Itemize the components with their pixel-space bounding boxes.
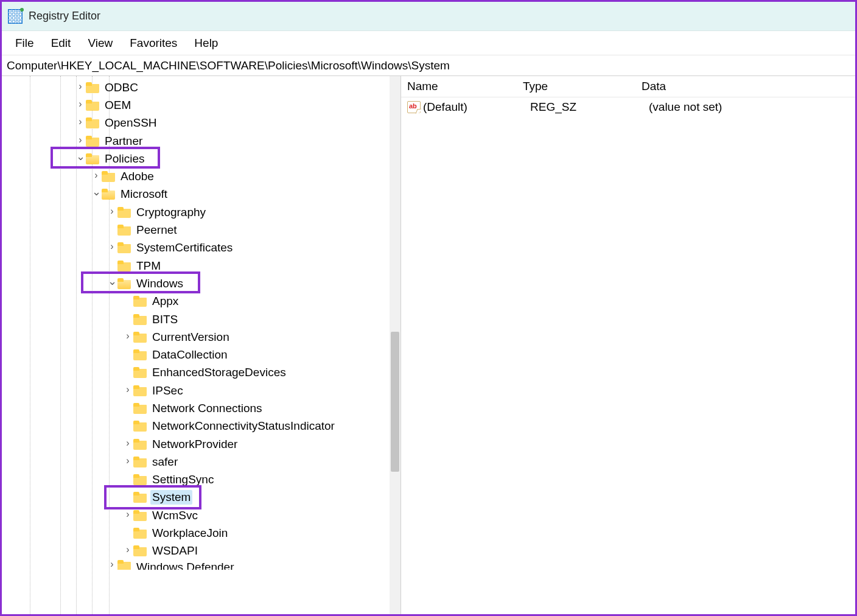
main-area: ›ODBC›OEM›OpenSSH›Partner⌄Policies›Adobe… [2, 76, 855, 614]
tree-node[interactable]: ·SettingSync [2, 471, 401, 489]
values-pane[interactable]: Name Type Data (Default) REG_SZ (value n… [401, 76, 855, 614]
tree-node-label: ODBC [103, 80, 140, 95]
tree-node-label: Windows [135, 276, 185, 291]
tree-node-label: Partner [103, 134, 144, 149]
tree-node-label: Adobe [119, 169, 156, 184]
tree-node[interactable]: ·WorkplaceJoin [2, 524, 401, 542]
folder-icon [133, 545, 147, 556]
chevron-right-icon[interactable]: › [75, 135, 86, 145]
tree-node[interactable]: ›OpenSSH [2, 114, 401, 132]
menu-favorites[interactable]: Favorites [121, 33, 186, 54]
col-header-data[interactable]: Data [635, 80, 855, 93]
tree-node[interactable]: ›CurrentVersion [2, 328, 401, 346]
tree-node[interactable]: ›Windows Defender [2, 560, 401, 570]
tree-node[interactable]: ›Cryptography [2, 203, 401, 221]
chevron-right-icon[interactable]: › [107, 560, 117, 570]
chevron-right-icon[interactable]: › [122, 438, 133, 449]
tree-node[interactable]: ·Peernet [2, 221, 401, 239]
menu-bar: File Edit View Favorites Help [2, 31, 855, 55]
tree-node[interactable]: ·BITS [2, 310, 401, 328]
tree-node[interactable]: ›ODBC [2, 79, 401, 96]
tree-pane[interactable]: ›ODBC›OEM›OpenSSH›Partner⌄Policies›Adobe… [2, 76, 401, 614]
tree-node[interactable]: ·EnhancedStorageDevices [2, 364, 401, 382]
tree-node[interactable]: ·System [2, 489, 401, 506]
tree-node[interactable]: ·Appx [2, 293, 401, 310]
chevron-right-icon[interactable]: › [122, 331, 133, 341]
tree-node[interactable]: ›SystemCertificates [2, 239, 401, 257]
tree-node-label: DataCollection [150, 348, 229, 362]
tree-node-label: System [150, 490, 192, 505]
folder-icon [86, 153, 99, 164]
tree-node[interactable]: ›OEM [2, 96, 401, 114]
menu-view[interactable]: View [79, 33, 121, 54]
folder-icon [117, 207, 131, 218]
folder-icon [133, 314, 147, 325]
tree-node[interactable]: ·Network Connections [2, 399, 401, 417]
tree-node-label: SettingSync [150, 472, 215, 487]
folder-icon [133, 296, 147, 307]
folder-icon [133, 439, 147, 450]
folder-icon [133, 510, 147, 521]
chevron-right-icon[interactable]: › [75, 116, 86, 127]
tree-node-label: IPSec [150, 383, 185, 398]
tree: ›ODBC›OEM›OpenSSH›Partner⌄Policies›Adobe… [2, 76, 401, 570]
tree-node[interactable]: ·TPM [2, 257, 401, 275]
tree-node-label: Policies [103, 152, 146, 166]
tree-node[interactable]: ⌄Microsoft [2, 186, 401, 203]
window-title: Registry Editor [29, 10, 100, 23]
tree-node[interactable]: ›WcmSvc [2, 506, 401, 524]
scrollbar-thumb[interactable] [391, 332, 399, 472]
chevron-right-icon[interactable]: › [122, 455, 133, 466]
chevron-right-icon[interactable]: › [91, 170, 102, 181]
folder-icon [117, 242, 131, 253]
chevron-right-icon[interactable]: › [122, 509, 133, 520]
tree-node[interactable]: ·DataCollection [2, 346, 401, 363]
tree-node-label: SystemCertificates [135, 240, 234, 255]
folder-icon [133, 385, 147, 396]
tree-node-label: Microsoft [119, 187, 169, 201]
chevron-right-icon[interactable]: › [122, 544, 133, 555]
folder-icon [133, 528, 147, 539]
chevron-right-icon[interactable]: › [75, 99, 86, 110]
chevron-right-icon[interactable]: › [107, 206, 117, 217]
app-icon [8, 9, 23, 24]
tree-node[interactable]: ·NetworkConnectivityStatusIndicator [2, 418, 401, 435]
value-row[interactable]: (Default) REG_SZ (value not set) [401, 97, 855, 117]
col-header-type[interactable]: Type [517, 80, 635, 93]
tree-node-label: Cryptography [135, 205, 208, 220]
folder-icon [102, 171, 115, 182]
vertical-scrollbar[interactable] [390, 76, 401, 614]
folder-icon [133, 457, 147, 467]
values-header: Name Type Data [401, 76, 855, 97]
tree-node[interactable]: ›IPSec [2, 382, 401, 399]
tree-node[interactable]: ⌄Windows [2, 275, 401, 292]
col-header-name[interactable]: Name [401, 80, 517, 93]
folder-icon [117, 278, 131, 289]
folder-icon [117, 225, 131, 236]
tree-node[interactable]: ›safer [2, 453, 401, 471]
titlebar: Registry Editor [2, 2, 855, 31]
folder-icon [86, 117, 99, 128]
tree-node[interactable]: ›Adobe [2, 167, 401, 185]
chevron-right-icon[interactable]: › [75, 81, 86, 92]
tree-node[interactable]: ⌄Policies [2, 150, 401, 167]
folder-icon [117, 261, 131, 271]
tree-node[interactable]: ›WSDAPI [2, 542, 401, 560]
chevron-right-icon[interactable]: › [122, 384, 133, 395]
chevron-down-icon[interactable]: ⌄ [107, 275, 117, 288]
menu-file[interactable]: File [7, 33, 43, 54]
menu-help[interactable]: Help [186, 33, 226, 54]
address-bar[interactable]: Computer\HKEY_LOCAL_MACHINE\SOFTWARE\Pol… [2, 55, 855, 76]
tree-node[interactable]: ›NetworkProvider [2, 435, 401, 453]
menu-edit[interactable]: Edit [43, 33, 80, 54]
tree-node-label: OEM [103, 98, 133, 113]
chevron-right-icon[interactable]: › [107, 241, 117, 252]
chevron-down-icon[interactable]: ⌄ [91, 185, 102, 198]
tree-node[interactable]: ›Partner [2, 132, 401, 150]
folder-icon [133, 421, 147, 432]
string-value-icon [407, 101, 421, 113]
tree-node-label: Appx [150, 294, 180, 309]
tree-node-label: Network Connections [150, 401, 264, 416]
value-type: REG_SZ [524, 100, 643, 114]
chevron-down-icon[interactable]: ⌄ [75, 150, 86, 163]
